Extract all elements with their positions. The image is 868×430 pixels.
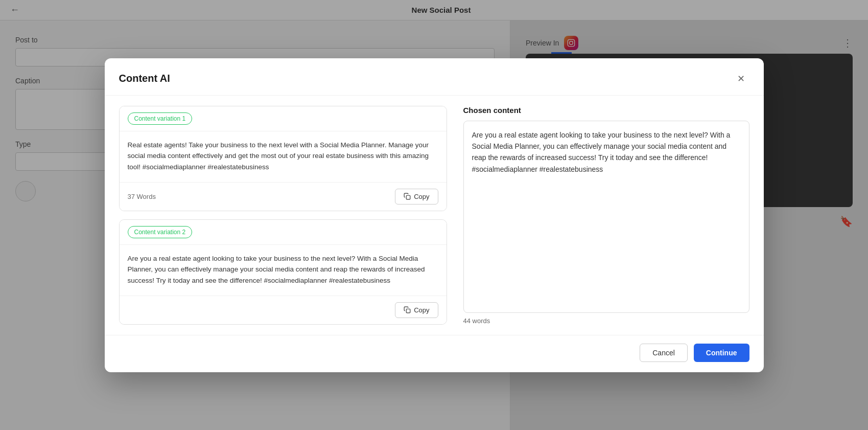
variation-badge-2: Content variation 2 xyxy=(128,226,193,238)
modal-close-button[interactable]: ✕ xyxy=(733,71,749,87)
variation-content-2: Are you a real estate agent looking to t… xyxy=(120,244,447,296)
chosen-content-textarea[interactable] xyxy=(463,121,749,313)
modal-footer: Cancel Continue xyxy=(105,335,764,372)
variation-text-2: Are you a real estate agent looking to t… xyxy=(128,253,438,286)
continue-button[interactable]: Continue xyxy=(694,344,749,362)
copy-icon-2 xyxy=(404,306,411,313)
svg-rect-4 xyxy=(406,309,410,313)
chosen-content-label: Chosen content xyxy=(463,106,749,115)
variation-content-1: Real estate agents! Take your business t… xyxy=(120,131,447,182)
variation-badge-1: Content variation 1 xyxy=(128,112,193,125)
chosen-word-count: 44 words xyxy=(463,317,749,325)
copy-button-1[interactable]: Copy xyxy=(395,189,438,205)
modal-overlay: Content AI ✕ Content variation 1 Real es… xyxy=(0,0,868,430)
copy-icon-1 xyxy=(404,193,411,200)
modal-header: Content AI ✕ xyxy=(105,58,764,96)
variations-panel: Content variation 1 Real estate agents! … xyxy=(119,106,451,325)
variation-text-1: Real estate agents! Take your business t… xyxy=(128,140,438,173)
variation-header-1: Content variation 1 xyxy=(120,106,447,131)
variation-footer-2: Copy xyxy=(120,296,447,324)
copy-button-2[interactable]: Copy xyxy=(395,302,438,318)
variation-card-2: Content variation 2 Are you a real estat… xyxy=(119,219,447,325)
content-ai-modal: Content AI ✕ Content variation 1 Real es… xyxy=(105,58,764,372)
modal-body: Content variation 1 Real estate agents! … xyxy=(105,96,764,335)
variation-header-2: Content variation 2 xyxy=(120,220,447,244)
cancel-button[interactable]: Cancel xyxy=(640,344,688,362)
variation-footer-1: 37 Words Copy xyxy=(120,182,447,211)
chosen-panel: Chosen content 44 words xyxy=(463,106,749,325)
modal-title: Content AI xyxy=(119,73,170,84)
svg-rect-3 xyxy=(406,195,410,199)
variations-scroll[interactable]: Content variation 1 Real estate agents! … xyxy=(119,106,451,325)
variation-card-1: Content variation 1 Real estate agents! … xyxy=(119,106,447,211)
word-count-1: 37 Words xyxy=(128,193,156,200)
